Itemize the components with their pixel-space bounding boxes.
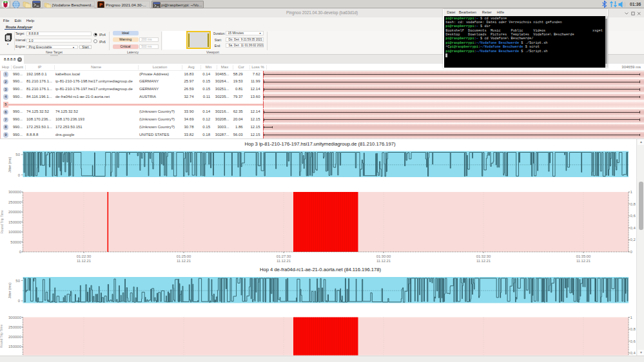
svg-text:300000: 300000 [8,190,22,194]
svg-text:Round Trip Time: Round Trip Time [0,210,4,234]
svg-text:Hop 4 de-fra04d-rc1-ae-21-0.ao: Hop 4 de-fra04d-rc1-ae-21-0.aorta.net (8… [260,267,382,272]
svg-text:Jitter (ms): Jitter (ms) [8,157,12,173]
svg-text:250000: 250000 [8,200,22,204]
svg-text:0,4: 0,4 [630,351,636,355]
svg-text:01:25:00: 01:25:00 [177,254,191,258]
svg-text:01:22:30: 01:22:30 [77,254,92,258]
svg-text:50000: 50000 [10,240,21,244]
svg-text:0,6: 0,6 [630,339,636,343]
svg-text:250000: 250000 [8,325,22,329]
svg-text:200000: 200000 [8,210,22,214]
svg-text:0,8: 0,8 [630,202,636,206]
svg-text:0,6: 0,6 [630,214,636,218]
svg-text:11.12.21: 11.12.21 [277,259,291,263]
svg-text:01:35:00: 01:35:00 [576,254,591,258]
svg-text:11.12.21: 11.12.21 [77,259,91,263]
svg-text:11.12.21: 11.12.21 [177,259,191,263]
svg-text:P: P [99,2,102,8]
svg-text:150000: 150000 [8,345,22,348]
svg-text:01:32:30: 01:32:30 [476,254,491,258]
svg-text:0,4: 0,4 [630,226,636,230]
svg-text:01:30:00: 01:30:00 [376,254,391,258]
svg-text:Jitter (ms): Jitter (ms) [8,283,12,299]
svg-text:200000: 200000 [8,335,22,339]
svg-text:50: 50 [15,279,20,283]
svg-text:0,2: 0,2 [630,238,636,242]
svg-text:11.12.21: 11.12.21 [576,259,590,263]
svg-text:11.12.21: 11.12.21 [476,259,491,263]
svg-text:300000: 300000 [8,316,22,319]
svg-text:11.12.21: 11.12.21 [376,259,391,263]
svg-text:Round Trip Time: Round Trip Time [0,325,4,348]
svg-text:50: 50 [15,153,20,157]
svg-text:100000: 100000 [8,230,22,234]
svg-text:150000: 150000 [8,220,22,224]
svg-text:Hop 3 ip-81-210-176-197.hsi17.: Hop 3 ip-81-210-176-197.hsi17.unitymedia… [245,141,396,147]
svg-text:01:27:30: 01:27:30 [277,254,291,258]
svg-text:0,8: 0,8 [630,327,636,331]
